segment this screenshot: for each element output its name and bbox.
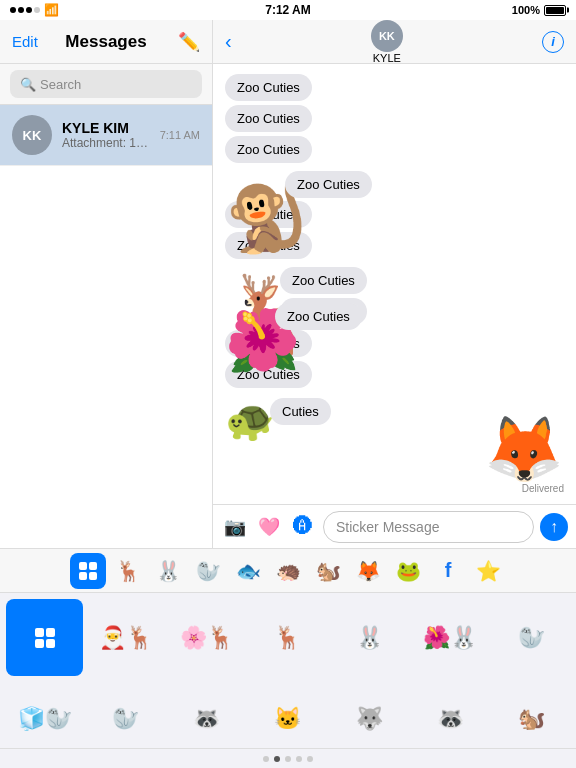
dot2 <box>18 7 24 13</box>
sticker-turtle: 🐢 <box>225 400 275 440</box>
turtle-bubble: Cuties <box>270 398 331 425</box>
sticker-tab-7[interactable]: 🦊 <box>350 553 386 589</box>
sticker-tab-8[interactable]: 🐸 <box>390 553 426 589</box>
sticker-tab-3[interactable]: 🦭 <box>190 553 226 589</box>
input-placeholder-text: Sticker Message <box>336 519 439 535</box>
compose-area: ✏️ <box>150 31 200 53</box>
message-text-7: Zoo Cuties <box>292 273 355 288</box>
sticker-raccoon2[interactable]: 🦝 <box>412 680 489 748</box>
sticker-seal-ball[interactable]: 🦭 <box>493 599 570 676</box>
chat-avatar-initials: KK <box>379 30 395 42</box>
sticker-group-3: 🌺 Zoo Cuties <box>225 303 564 322</box>
conversation-content: KYLE KIM Attachment: 1 Sticker <box>62 120 150 150</box>
sticker-grid: 🎅🦌 🌸🦌 🦌 🐰 🌺🐰 🦭 🧊🦭 🦭 🦝 🐱 🐺 🦝 🐿️ 🦔 🦔 🦎 🐢 🐱… <box>0 593 576 748</box>
page-dots <box>0 748 576 768</box>
compose-button[interactable]: ✏️ <box>178 31 200 53</box>
sticker-item-all-apps[interactable] <box>6 599 83 676</box>
contact-name: KYLE KIM <box>62 120 150 136</box>
camera-button[interactable]: 📷 <box>221 513 249 541</box>
message-bubble-12: Cuties <box>270 398 331 425</box>
all-apps-grid <box>79 562 97 580</box>
conversation-item-kyle[interactable]: KK KYLE KIM Attachment: 1 Sticker 7:11 A… <box>0 105 212 166</box>
send-button[interactable]: ↑ <box>540 513 568 541</box>
sticker-tab-1[interactable]: 🦌 <box>110 553 146 589</box>
chat-messages: Zoo Cuties Zoo Cuties Zoo Cuties 🐒 Zoo C… <box>213 64 576 504</box>
search-input-container[interactable]: 🔍 Search <box>10 70 202 98</box>
dot-3 <box>285 756 291 762</box>
sticker-tab-5[interactable]: 🦔 <box>270 553 306 589</box>
dot-5 <box>307 756 313 762</box>
info-button[interactable]: i <box>542 31 564 53</box>
message-text-1: Zoo Cuties <box>237 80 300 95</box>
delivered-label: Delivered <box>522 483 564 494</box>
sticker-group-1: 🐒 Zoo Cuties <box>225 171 564 193</box>
battery-icon <box>544 5 566 16</box>
dot3 <box>26 7 32 13</box>
message-row-1: Zoo Cuties <box>225 74 564 101</box>
sticker-raccoon[interactable]: 🦝 <box>168 680 245 748</box>
message-text-2: Zoo Cuties <box>237 111 300 126</box>
messages-title: Messages <box>62 32 150 52</box>
messages-header: Edit Messages ✏️ <box>0 20 212 64</box>
sticker-wolf[interactable]: 🐺 <box>331 680 408 748</box>
sticker-tab-4[interactable]: 🐟 <box>230 553 266 589</box>
battery-area: 100% <box>512 4 566 16</box>
sticker-squirrel[interactable]: 🐿️ <box>493 680 570 748</box>
edit-area: Edit <box>12 33 62 51</box>
back-button[interactable]: ‹ <box>225 30 232 53</box>
chat-header: ‹ KK KYLE i <box>213 20 576 64</box>
kyle-initials: KK <box>23 128 42 143</box>
message-row-2: Zoo Cuties <box>225 105 564 132</box>
message-bubble-1: Zoo Cuties <box>225 74 312 101</box>
signal-dots <box>10 7 40 13</box>
wifi-icon: 📶 <box>44 3 59 17</box>
sticker-seal2[interactable]: 🦭 <box>87 680 164 748</box>
sticker-rabbit[interactable]: 🐰 <box>331 599 408 676</box>
message-bubble-7: Zoo Cuties <box>280 267 367 294</box>
dot4 <box>34 7 40 13</box>
status-time: 7:12 AM <box>265 3 311 17</box>
message-input[interactable]: Sticker Message <box>323 511 534 543</box>
sticker-tab-6[interactable]: 🐿️ <box>310 553 346 589</box>
message-time: 7:11 AM <box>160 129 200 141</box>
signal-area: 📶 <box>10 3 59 17</box>
info-label: i <box>551 34 555 49</box>
apps-button[interactable]: 🅐 <box>289 513 317 541</box>
battery-percent: 100% <box>512 4 540 16</box>
sticker-group-4: 🐢 Cuties <box>225 396 564 409</box>
chat-header-center: KK KYLE <box>371 20 403 64</box>
heart-button[interactable]: 🩷 <box>255 513 283 541</box>
messages-list: Edit Messages ✏️ 🔍 Search KK KYLE KIM At… <box>0 20 213 548</box>
main-content: Edit Messages ✏️ 🔍 Search KK KYLE KIM At… <box>0 20 576 548</box>
sticker-tab-facebook[interactable]: f <box>430 553 466 589</box>
search-inner: 🔍 Search <box>20 77 81 92</box>
message-text-12: Cuties <box>282 404 319 419</box>
sticker-deer-flowers[interactable]: 🌸🦌 <box>168 599 245 676</box>
send-icon: ↑ <box>550 518 558 536</box>
sticker-tab-2[interactable]: 🐰 <box>150 553 186 589</box>
edit-button[interactable]: Edit <box>12 33 38 50</box>
sticker-tab-star[interactable]: ⭐ <box>470 553 506 589</box>
sticker-rabbit-flowers[interactable]: 🌺🐰 <box>412 599 489 676</box>
message-preview: Attachment: 1 Sticker <box>62 136 150 150</box>
sticker-tab-all-apps[interactable] <box>70 553 106 589</box>
sticker-tabs: 🦌 🐰 🦭 🐟 🦔 🐿️ 🦊 🐸 f ⭐ <box>0 549 576 593</box>
message-bubble-3: Zoo Cuties <box>225 136 312 163</box>
chat-contact-name: KYLE <box>373 52 401 64</box>
sticker-seal-ice[interactable]: 🧊🦭 <box>6 680 83 748</box>
flower-bubble: Zoo Cuties <box>275 303 362 330</box>
search-icon: 🔍 <box>20 77 36 92</box>
message-bubble-9: Zoo Cuties <box>275 303 362 330</box>
chat-input-area: 📷 🩷 🅐 Sticker Message ↑ <box>213 504 576 548</box>
sticker-reindeer-hat[interactable]: 🎅🦌 <box>87 599 164 676</box>
search-bar: 🔍 Search <box>0 64 212 105</box>
sticker-deer[interactable]: 🦌 <box>249 599 326 676</box>
sticker-group-2: 🦌 Zoo Cuties Cuties <box>225 267 564 291</box>
chat-panel: ‹ KK KYLE i Zoo Cuties Zoo Cuties <box>213 20 576 548</box>
message-bubble-2: Zoo Cuties <box>225 105 312 132</box>
dot-4 <box>296 756 302 762</box>
kyle-avatar: KK <box>12 115 52 155</box>
sticker-cat[interactable]: 🐱 <box>249 680 326 748</box>
zoo-bubble-4: Zoo Cuties <box>285 171 372 198</box>
sticker-panel: 🦌 🐰 🦭 🐟 🦔 🐿️ 🦊 🐸 f ⭐ 🎅🦌 🌸🦌 🦌 🐰 🌺🐰 🦭 🧊🦭 🦭… <box>0 548 576 768</box>
